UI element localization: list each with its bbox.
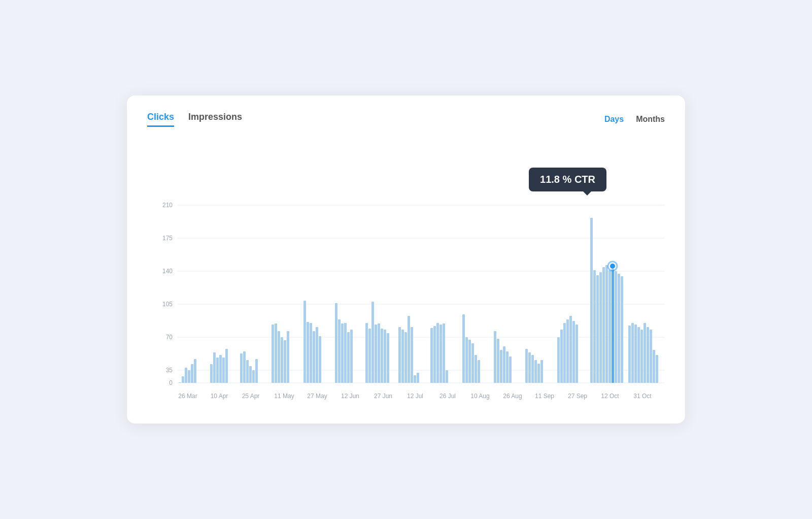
svg-rect-40: [225, 349, 228, 383]
svg-rect-44: [249, 366, 252, 383]
svg-rect-71: [384, 330, 386, 383]
svg-rect-56: [313, 331, 315, 383]
svg-rect-92: [494, 331, 496, 383]
svg-rect-113: [596, 275, 599, 383]
svg-rect-120: [618, 274, 620, 383]
svg-rect-91: [478, 360, 480, 383]
svg-rect-43: [246, 360, 249, 383]
svg-rect-127: [644, 323, 646, 383]
svg-rect-98: [525, 349, 528, 383]
svg-rect-95: [503, 346, 505, 383]
svg-rect-41: [240, 353, 243, 383]
svg-text:12 Oct: 12 Oct: [601, 393, 619, 400]
svg-point-133: [610, 264, 615, 269]
svg-text:27 Sep: 27 Sep: [568, 393, 587, 400]
svg-rect-72: [387, 333, 389, 383]
svg-text:70: 70: [166, 334, 173, 341]
svg-rect-85: [446, 370, 448, 383]
svg-rect-55: [310, 323, 312, 383]
svg-rect-69: [378, 323, 380, 383]
svg-rect-121: [621, 276, 623, 383]
svg-rect-100: [531, 355, 534, 383]
svg-rect-52: [287, 331, 289, 383]
svg-rect-75: [404, 332, 407, 383]
svg-rect-73: [398, 327, 401, 383]
svg-rect-62: [344, 323, 347, 383]
svg-text:26 Mar: 26 Mar: [178, 393, 197, 400]
svg-rect-59: [335, 303, 337, 383]
svg-rect-90: [475, 355, 477, 383]
svg-text:175: 175: [162, 235, 173, 242]
svg-text:26 Aug: 26 Aug: [503, 393, 522, 400]
svg-text:10 Aug: 10 Aug: [470, 393, 489, 400]
svg-rect-86: [462, 314, 465, 383]
svg-text:0: 0: [169, 379, 173, 386]
svg-rect-64: [350, 330, 353, 383]
svg-rect-33: [191, 364, 193, 383]
svg-rect-65: [365, 323, 368, 383]
svg-rect-94: [500, 350, 502, 383]
svg-rect-58: [319, 336, 321, 383]
svg-rect-48: [275, 323, 277, 383]
svg-text:27 Jun: 27 Jun: [374, 393, 392, 400]
svg-text:140: 140: [162, 268, 173, 275]
svg-rect-97: [509, 356, 512, 383]
svg-rect-96: [506, 351, 509, 383]
svg-rect-61: [341, 323, 344, 383]
svg-rect-53: [303, 301, 306, 383]
svg-rect-32: [188, 370, 190, 383]
svg-rect-49: [278, 331, 280, 383]
svg-rect-66: [368, 329, 371, 383]
svg-rect-60: [338, 319, 341, 383]
svg-rect-77: [411, 327, 413, 383]
svg-text:11 May: 11 May: [274, 393, 294, 400]
svg-rect-81: [433, 326, 436, 383]
svg-rect-102: [537, 364, 540, 383]
svg-rect-29: [179, 382, 181, 383]
period-months[interactable]: Months: [636, 115, 665, 124]
svg-rect-106: [563, 323, 566, 383]
svg-rect-124: [634, 325, 637, 383]
svg-rect-93: [497, 339, 499, 383]
svg-rect-37: [216, 358, 219, 383]
svg-rect-123: [631, 323, 634, 383]
svg-rect-42: [243, 351, 246, 383]
svg-rect-119: [615, 271, 617, 383]
period-days[interactable]: Days: [604, 115, 624, 124]
svg-rect-126: [640, 330, 643, 383]
svg-rect-54: [307, 322, 309, 383]
svg-rect-125: [637, 327, 640, 383]
tab-clicks[interactable]: Clicks: [147, 112, 174, 127]
svg-rect-31: [185, 368, 187, 383]
svg-rect-51: [284, 340, 286, 383]
svg-rect-89: [471, 343, 474, 383]
svg-text:27 May: 27 May: [307, 393, 327, 400]
svg-rect-63: [347, 332, 350, 383]
bar-chart: .grid-line { stroke: #e8edf2; stroke-wid…: [147, 139, 665, 403]
svg-text:12 Jul: 12 Jul: [407, 393, 423, 400]
svg-rect-103: [540, 360, 543, 383]
svg-text:12 Jun: 12 Jun: [341, 393, 359, 400]
svg-rect-129: [650, 330, 652, 383]
svg-rect-101: [534, 360, 537, 383]
svg-text:11 Sep: 11 Sep: [535, 393, 554, 400]
svg-text:26 Jul: 26 Jul: [439, 393, 456, 400]
svg-rect-104: [557, 337, 560, 383]
svg-rect-122: [628, 326, 631, 383]
svg-rect-105: [560, 330, 563, 383]
svg-rect-83: [439, 325, 442, 383]
svg-rect-84: [443, 323, 445, 383]
svg-rect-74: [401, 330, 404, 383]
svg-rect-114: [599, 272, 602, 383]
svg-rect-116: [605, 265, 608, 383]
svg-rect-82: [436, 323, 439, 383]
svg-text:31 Oct: 31 Oct: [633, 393, 652, 400]
svg-text:25 Apr: 25 Apr: [242, 393, 260, 400]
tab-impressions[interactable]: Impressions: [188, 112, 242, 127]
svg-rect-128: [647, 327, 649, 383]
svg-text:10 Apr: 10 Apr: [211, 393, 228, 400]
svg-rect-46: [255, 359, 258, 383]
svg-rect-50: [281, 337, 283, 383]
svg-rect-88: [468, 340, 471, 383]
svg-rect-131: [656, 355, 658, 383]
